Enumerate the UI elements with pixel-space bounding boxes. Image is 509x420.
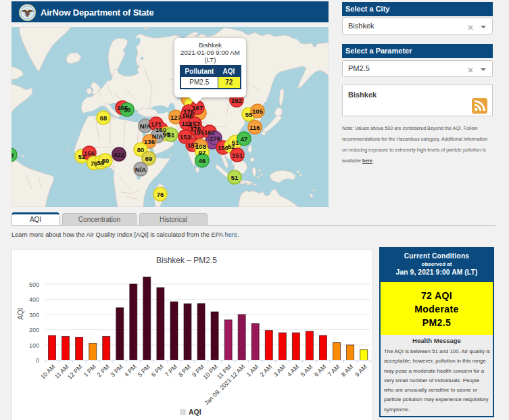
svg-text:97: 97 xyxy=(199,149,206,156)
svg-text:2 PM: 2 PM xyxy=(96,363,111,378)
svg-text:195: 195 xyxy=(193,129,205,136)
svg-text:8 AM: 8 AM xyxy=(340,363,355,378)
svg-text:76: 76 xyxy=(91,160,98,167)
svg-text:3 AM: 3 AM xyxy=(272,363,287,378)
svg-text:76: 76 xyxy=(157,191,164,198)
svg-text:51: 51 xyxy=(232,139,239,146)
svg-text:7 PM: 7 PM xyxy=(164,363,178,378)
svg-text:198: 198 xyxy=(182,112,193,120)
svg-text:1 AM: 1 AM xyxy=(245,363,260,378)
svg-text:1 PM: 1 PM xyxy=(82,363,97,378)
svg-text:80: 80 xyxy=(137,146,145,154)
svg-text:N/A: N/A xyxy=(140,122,151,130)
svg-text:100: 100 xyxy=(29,342,39,349)
svg-text:156: 156 xyxy=(84,149,95,157)
svg-text:7 AM: 7 AM xyxy=(326,363,341,378)
svg-text:5 AM: 5 AM xyxy=(299,363,314,378)
svg-text:116: 116 xyxy=(249,124,260,131)
svg-text:151: 151 xyxy=(232,151,243,159)
svg-text:5 PM: 5 PM xyxy=(137,363,151,378)
svg-text:43: 43 xyxy=(11,151,14,159)
svg-text:69: 69 xyxy=(145,155,153,162)
svg-text:51: 51 xyxy=(231,174,239,181)
svg-text:AQI: AQI xyxy=(17,308,24,319)
svg-text:0: 0 xyxy=(36,357,39,364)
svg-text:10 PM: 10 PM xyxy=(202,363,219,380)
svg-text:400: 400 xyxy=(29,296,39,303)
svg-text:200: 200 xyxy=(29,327,39,333)
svg-text:422: 422 xyxy=(114,151,124,158)
svg-text:152: 152 xyxy=(231,97,242,104)
svg-text:8 PM: 8 PM xyxy=(177,363,192,378)
svg-text:4 AM: 4 AM xyxy=(286,363,301,378)
svg-text:136: 136 xyxy=(144,138,155,145)
svg-text:12 PM: 12 PM xyxy=(66,363,83,380)
svg-text:9 AM: 9 AM xyxy=(354,363,368,378)
svg-text:N/A: N/A xyxy=(135,166,147,173)
svg-text:47: 47 xyxy=(241,135,248,143)
svg-text:2 AM: 2 AM xyxy=(259,363,274,378)
svg-text:127: 127 xyxy=(170,114,181,121)
svg-text:51: 51 xyxy=(168,131,175,139)
svg-text:AQI: AQI xyxy=(189,408,201,416)
svg-text:3 PM: 3 PM xyxy=(110,363,124,378)
svg-text:6 AM: 6 AM xyxy=(313,363,328,378)
svg-text:10 AM: 10 AM xyxy=(39,363,56,380)
svg-text:153: 153 xyxy=(180,133,191,141)
svg-text:46: 46 xyxy=(199,157,206,164)
svg-text:500: 500 xyxy=(29,281,39,288)
svg-text:50: 50 xyxy=(102,157,110,164)
svg-text:4 PM: 4 PM xyxy=(123,363,138,378)
svg-text:105: 105 xyxy=(252,108,264,115)
svg-text:276: 276 xyxy=(210,135,220,142)
svg-text:300: 300 xyxy=(29,312,39,319)
svg-text:6 PM: 6 PM xyxy=(150,363,165,378)
svg-text:68: 68 xyxy=(100,114,107,122)
svg-text:Bishkek – PM2.5: Bishkek – PM2.5 xyxy=(156,256,217,265)
svg-text:156: 156 xyxy=(218,144,228,151)
svg-text:30: 30 xyxy=(124,106,131,114)
